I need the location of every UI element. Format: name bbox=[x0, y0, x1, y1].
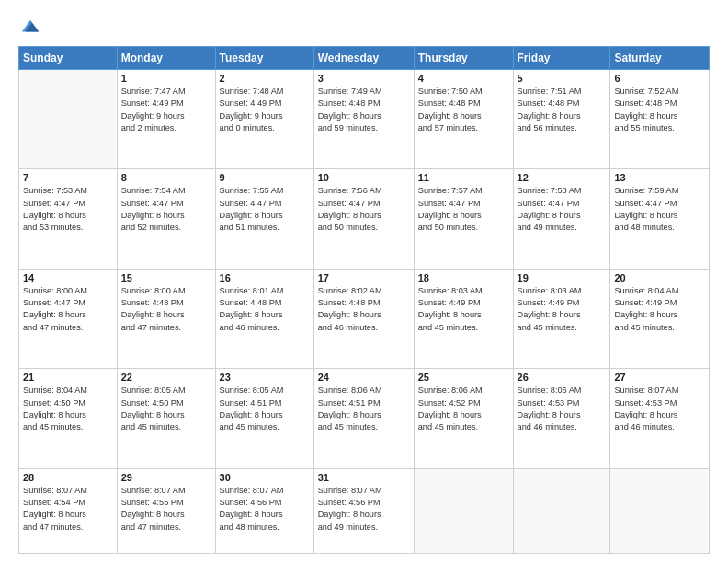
calendar-cell: 9Sunrise: 7:55 AMSunset: 4:47 PMDaylight… bbox=[215, 169, 313, 269]
day-info: Sunrise: 7:53 AMSunset: 4:47 PMDaylight:… bbox=[23, 185, 113, 234]
day-info: Sunrise: 8:04 AMSunset: 4:50 PMDaylight:… bbox=[23, 385, 113, 433]
calendar-cell: 8Sunrise: 7:54 AMSunset: 4:47 PMDaylight… bbox=[117, 169, 215, 269]
day-number: 21 bbox=[23, 372, 113, 383]
day-info: Sunrise: 8:06 AMSunset: 4:52 PMDaylight:… bbox=[418, 385, 509, 433]
day-number: 25 bbox=[418, 372, 509, 383]
calendar-cell: 6Sunrise: 7:52 AMSunset: 4:48 PMDaylight… bbox=[610, 70, 710, 169]
day-number: 19 bbox=[518, 272, 607, 283]
day-info: Sunrise: 8:00 AMSunset: 4:47 PMDaylight:… bbox=[23, 285, 113, 334]
day-number: 20 bbox=[614, 272, 705, 283]
day-info: Sunrise: 8:04 AMSunset: 4:49 PMDaylight:… bbox=[614, 285, 705, 334]
day-info: Sunrise: 8:01 AMSunset: 4:48 PMDaylight:… bbox=[220, 285, 310, 334]
calendar-cell: 7Sunrise: 7:53 AMSunset: 4:47 PMDaylight… bbox=[19, 169, 118, 269]
day-info: Sunrise: 7:51 AMSunset: 4:48 PMDaylight:… bbox=[518, 86, 607, 134]
day-number: 12 bbox=[518, 172, 607, 183]
calendar-table: SundayMondayTuesdayWednesdayThursdayFrid… bbox=[18, 46, 710, 554]
day-info: Sunrise: 7:54 AMSunset: 4:47 PMDaylight:… bbox=[121, 185, 211, 234]
day-number: 28 bbox=[23, 472, 113, 483]
header bbox=[18, 17, 710, 37]
calendar-cell: 12Sunrise: 7:58 AMSunset: 4:47 PMDayligh… bbox=[513, 169, 610, 269]
calendar-cell: 18Sunrise: 8:03 AMSunset: 4:49 PMDayligh… bbox=[414, 269, 513, 368]
page: SundayMondayTuesdayWednesdayThursdayFrid… bbox=[0, 0, 728, 563]
calendar-cell: 3Sunrise: 7:49 AMSunset: 4:48 PMDaylight… bbox=[313, 70, 414, 169]
day-number: 3 bbox=[318, 73, 410, 84]
calendar-cell: 21Sunrise: 8:04 AMSunset: 4:50 PMDayligh… bbox=[19, 369, 118, 468]
calendar-cell: 31Sunrise: 8:07 AMSunset: 4:56 PMDayligh… bbox=[313, 468, 414, 553]
calendar-cell: 14Sunrise: 8:00 AMSunset: 4:47 PMDayligh… bbox=[19, 269, 118, 368]
day-number: 11 bbox=[418, 172, 509, 183]
day-info: Sunrise: 8:00 AMSunset: 4:48 PMDaylight:… bbox=[121, 285, 211, 334]
column-header-friday: Friday bbox=[513, 47, 610, 70]
column-header-sunday: Sunday bbox=[19, 47, 118, 70]
calendar-cell: 29Sunrise: 8:07 AMSunset: 4:55 PMDayligh… bbox=[117, 468, 215, 553]
day-info: Sunrise: 8:03 AMSunset: 4:49 PMDaylight:… bbox=[418, 285, 509, 334]
day-info: Sunrise: 8:07 AMSunset: 4:56 PMDaylight:… bbox=[220, 485, 310, 534]
day-number: 7 bbox=[23, 172, 113, 183]
day-info: Sunrise: 8:03 AMSunset: 4:49 PMDaylight:… bbox=[518, 285, 607, 334]
calendar-week-row: 7Sunrise: 7:53 AMSunset: 4:47 PMDaylight… bbox=[19, 169, 710, 269]
logo bbox=[18, 17, 40, 37]
day-info: Sunrise: 7:50 AMSunset: 4:48 PMDaylight:… bbox=[418, 86, 509, 134]
calendar-cell bbox=[19, 70, 118, 169]
calendar-cell: 2Sunrise: 7:48 AMSunset: 4:49 PMDaylight… bbox=[215, 70, 313, 169]
day-number: 27 bbox=[614, 372, 705, 383]
day-number: 1 bbox=[121, 73, 211, 84]
calendar-cell: 20Sunrise: 8:04 AMSunset: 4:49 PMDayligh… bbox=[610, 269, 710, 368]
calendar-cell: 26Sunrise: 8:06 AMSunset: 4:53 PMDayligh… bbox=[513, 369, 610, 468]
calendar-cell bbox=[513, 468, 610, 553]
day-info: Sunrise: 8:05 AMSunset: 4:50 PMDaylight:… bbox=[121, 385, 211, 433]
day-number: 5 bbox=[518, 73, 607, 84]
calendar-cell: 5Sunrise: 7:51 AMSunset: 4:48 PMDaylight… bbox=[513, 70, 610, 169]
calendar-cell: 4Sunrise: 7:50 AMSunset: 4:48 PMDaylight… bbox=[414, 70, 513, 169]
day-number: 9 bbox=[220, 172, 310, 183]
calendar-week-row: 14Sunrise: 8:00 AMSunset: 4:47 PMDayligh… bbox=[19, 269, 710, 368]
calendar-cell: 25Sunrise: 8:06 AMSunset: 4:52 PMDayligh… bbox=[414, 369, 513, 468]
day-info: Sunrise: 7:49 AMSunset: 4:48 PMDaylight:… bbox=[318, 86, 410, 134]
calendar-cell: 24Sunrise: 8:06 AMSunset: 4:51 PMDayligh… bbox=[313, 369, 414, 468]
day-number: 4 bbox=[418, 73, 509, 84]
day-number: 22 bbox=[121, 372, 211, 383]
calendar-cell: 28Sunrise: 8:07 AMSunset: 4:54 PMDayligh… bbox=[19, 468, 118, 553]
day-info: Sunrise: 8:05 AMSunset: 4:51 PMDaylight:… bbox=[220, 385, 310, 433]
calendar-cell: 1Sunrise: 7:47 AMSunset: 4:49 PMDaylight… bbox=[117, 70, 215, 169]
day-number: 15 bbox=[121, 272, 211, 283]
day-info: Sunrise: 8:07 AMSunset: 4:55 PMDaylight:… bbox=[121, 485, 211, 534]
day-number: 10 bbox=[318, 172, 410, 183]
calendar-cell: 22Sunrise: 8:05 AMSunset: 4:50 PMDayligh… bbox=[117, 369, 215, 468]
column-header-saturday: Saturday bbox=[610, 47, 710, 70]
calendar-cell bbox=[610, 468, 710, 553]
logo-icon bbox=[20, 17, 40, 37]
calendar-header-row: SundayMondayTuesdayWednesdayThursdayFrid… bbox=[19, 47, 710, 70]
day-number: 6 bbox=[614, 73, 705, 84]
day-info: Sunrise: 7:58 AMSunset: 4:47 PMDaylight:… bbox=[518, 185, 607, 234]
calendar-cell: 10Sunrise: 7:56 AMSunset: 4:47 PMDayligh… bbox=[313, 169, 414, 269]
day-number: 23 bbox=[220, 372, 310, 383]
day-info: Sunrise: 7:52 AMSunset: 4:48 PMDaylight:… bbox=[614, 86, 705, 134]
calendar-week-row: 21Sunrise: 8:04 AMSunset: 4:50 PMDayligh… bbox=[19, 369, 710, 468]
calendar-cell: 13Sunrise: 7:59 AMSunset: 4:47 PMDayligh… bbox=[610, 169, 710, 269]
day-number: 26 bbox=[518, 372, 607, 383]
day-number: 29 bbox=[121, 472, 211, 483]
day-number: 14 bbox=[23, 272, 113, 283]
day-info: Sunrise: 7:57 AMSunset: 4:47 PMDaylight:… bbox=[418, 185, 509, 234]
day-number: 18 bbox=[418, 272, 509, 283]
day-info: Sunrise: 8:06 AMSunset: 4:51 PMDaylight:… bbox=[318, 385, 410, 433]
day-info: Sunrise: 7:56 AMSunset: 4:47 PMDaylight:… bbox=[318, 185, 410, 234]
day-info: Sunrise: 8:07 AMSunset: 4:56 PMDaylight:… bbox=[318, 485, 410, 534]
day-number: 30 bbox=[220, 472, 310, 483]
calendar-week-row: 1Sunrise: 7:47 AMSunset: 4:49 PMDaylight… bbox=[19, 70, 710, 169]
day-info: Sunrise: 8:07 AMSunset: 4:53 PMDaylight:… bbox=[614, 385, 705, 433]
day-info: Sunrise: 8:02 AMSunset: 4:48 PMDaylight:… bbox=[318, 285, 410, 334]
calendar-cell: 27Sunrise: 8:07 AMSunset: 4:53 PMDayligh… bbox=[610, 369, 710, 468]
calendar-cell: 16Sunrise: 8:01 AMSunset: 4:48 PMDayligh… bbox=[215, 269, 313, 368]
column-header-thursday: Thursday bbox=[414, 47, 513, 70]
calendar-week-row: 28Sunrise: 8:07 AMSunset: 4:54 PMDayligh… bbox=[19, 468, 710, 553]
calendar-cell: 19Sunrise: 8:03 AMSunset: 4:49 PMDayligh… bbox=[513, 269, 610, 368]
calendar-cell bbox=[414, 468, 513, 553]
day-info: Sunrise: 8:06 AMSunset: 4:53 PMDaylight:… bbox=[518, 385, 607, 433]
day-number: 8 bbox=[121, 172, 211, 183]
day-info: Sunrise: 7:59 AMSunset: 4:47 PMDaylight:… bbox=[614, 185, 705, 234]
calendar-cell: 15Sunrise: 8:00 AMSunset: 4:48 PMDayligh… bbox=[117, 269, 215, 368]
day-number: 31 bbox=[318, 472, 410, 483]
day-info: Sunrise: 7:55 AMSunset: 4:47 PMDaylight:… bbox=[220, 185, 310, 234]
